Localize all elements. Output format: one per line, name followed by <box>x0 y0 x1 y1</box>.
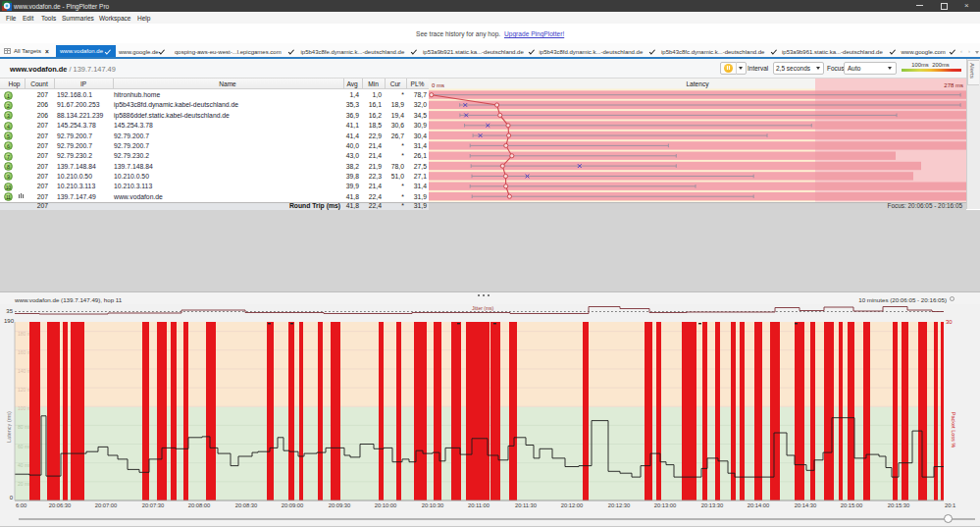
svg-text:35: 35 <box>6 308 13 314</box>
svg-text:80 ms: 80 ms <box>18 424 31 430</box>
svg-text:20:14:00: 20:14:00 <box>748 502 770 508</box>
svg-text:20:07:00: 20:07:00 <box>95 502 118 508</box>
svg-text:20:13:00: 20:13:00 <box>654 502 677 508</box>
svg-text:190: 190 <box>4 318 15 324</box>
svg-text:20:06:30: 20:06:30 <box>49 502 72 508</box>
svg-text:20:10:30: 20:10:30 <box>422 502 444 508</box>
svg-text:20:08:30: 20:08:30 <box>235 502 258 508</box>
svg-text:30: 30 <box>946 319 953 325</box>
svg-text:60 ms: 60 ms <box>18 444 31 449</box>
svg-text:6:00: 6:00 <box>16 502 26 508</box>
svg-text:20:13:30: 20:13:30 <box>701 502 724 508</box>
svg-text:Latency (ms): Latency (ms) <box>6 411 12 443</box>
svg-text:20:09:00: 20:09:00 <box>282 502 304 508</box>
svg-text:20:07:30: 20:07:30 <box>142 502 165 508</box>
svg-text:40 ms: 40 ms <box>18 462 31 468</box>
svg-text:20:11:00: 20:11:00 <box>468 502 490 508</box>
svg-text:20:14:30: 20:14:30 <box>795 502 817 508</box>
svg-text:20:15:30: 20:15:30 <box>888 502 910 508</box>
svg-text:20:1: 20:1 <box>945 502 955 508</box>
svg-text:0: 0 <box>10 495 14 501</box>
svg-text:20:15:00: 20:15:00 <box>841 502 863 508</box>
svg-text:20:10:00: 20:10:00 <box>375 502 397 508</box>
svg-text:Packet Loss %: Packet Loss % <box>951 412 956 448</box>
svg-text:20:12:00: 20:12:00 <box>561 502 584 508</box>
svg-text:20 ms: 20 ms <box>18 481 31 487</box>
svg-text:20:08:00: 20:08:00 <box>188 502 211 508</box>
svg-text:Jitter (ms): Jitter (ms) <box>472 305 494 311</box>
svg-text:20:09:30: 20:09:30 <box>329 502 351 508</box>
svg-text:20:12:30: 20:12:30 <box>608 502 631 508</box>
svg-text:20:11:30: 20:11:30 <box>515 502 537 508</box>
